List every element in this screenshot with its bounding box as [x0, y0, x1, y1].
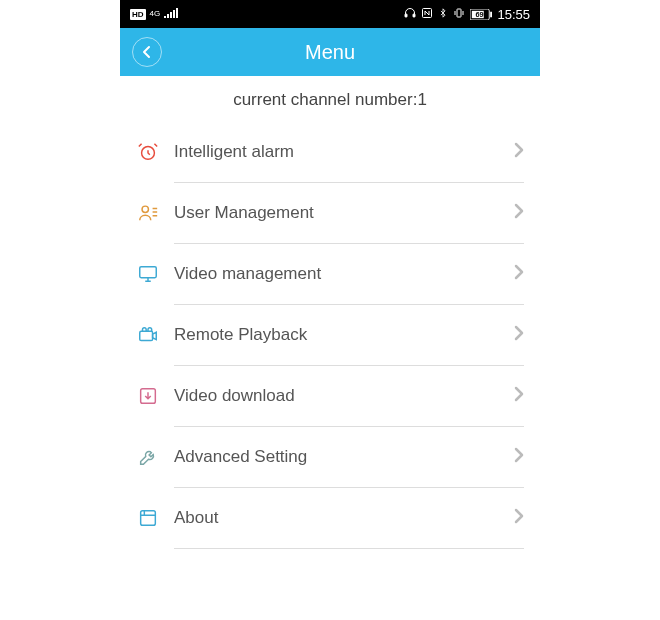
chevron-right-icon: [514, 264, 524, 284]
menu-label: Remote Playback: [174, 325, 514, 345]
svg-rect-6: [491, 11, 493, 17]
status-left: HD 4G: [130, 7, 178, 21]
menu-label: User Management: [174, 203, 514, 223]
menu-item-about[interactable]: About: [136, 488, 524, 548]
download-icon: [136, 384, 160, 408]
menu-label: Video management: [174, 264, 514, 284]
clock-text: 15:55: [497, 7, 530, 22]
menu-label: Video download: [174, 386, 514, 406]
chevron-right-icon: [514, 386, 524, 406]
monitor-icon: [136, 262, 160, 286]
alarm-clock-icon: [136, 140, 160, 164]
menu-item-video-download[interactable]: Video download: [136, 366, 524, 426]
svg-text:69: 69: [476, 10, 484, 19]
divider: [174, 548, 524, 549]
wrench-icon: [136, 445, 160, 469]
headset-icon: [404, 7, 416, 22]
chevron-right-icon: [514, 447, 524, 467]
svg-rect-3: [457, 9, 461, 17]
menu-label: Advanced Setting: [174, 447, 514, 467]
app-header: Menu: [120, 28, 540, 76]
chevron-right-icon: [514, 325, 524, 345]
bluetooth-icon: [438, 7, 448, 22]
menu-item-advanced-setting[interactable]: Advanced Setting: [136, 427, 524, 487]
menu-list: Intelligent alarm User Management Video …: [120, 122, 540, 549]
svg-rect-11: [140, 331, 153, 340]
app-screen: HD 4G 69 15:55: [120, 0, 540, 620]
svg-rect-13: [141, 511, 156, 526]
status-bar: HD 4G 69 15:55: [120, 0, 540, 28]
chevron-right-icon: [514, 142, 524, 162]
menu-item-intelligent-alarm[interactable]: Intelligent alarm: [136, 122, 524, 182]
svg-rect-10: [140, 267, 157, 278]
svg-rect-1: [413, 14, 415, 17]
vibrate-icon: [453, 7, 465, 22]
battery-icon: 69: [470, 9, 492, 20]
back-button[interactable]: [132, 37, 162, 67]
hd-badge: HD: [130, 9, 146, 20]
menu-item-remote-playback[interactable]: Remote Playback: [136, 305, 524, 365]
users-icon: [136, 201, 160, 225]
nfc-icon: [421, 7, 433, 22]
svg-point-9: [142, 206, 148, 212]
network-indicator: 4G: [150, 10, 161, 18]
camera-icon: [136, 323, 160, 347]
chevron-left-icon: [142, 45, 152, 59]
menu-label: About: [174, 508, 514, 528]
chevron-right-icon: [514, 203, 524, 223]
page-title: Menu: [120, 41, 540, 64]
menu-item-user-management[interactable]: User Management: [136, 183, 524, 243]
chevron-right-icon: [514, 508, 524, 528]
browser-icon: [136, 506, 160, 530]
svg-rect-0: [405, 14, 407, 17]
signal-icon: [164, 7, 178, 21]
menu-label: Intelligent alarm: [174, 142, 514, 162]
channel-subtitle: current channel number:1: [120, 76, 540, 122]
status-right: 69 15:55: [404, 7, 530, 22]
menu-item-video-management[interactable]: Video management: [136, 244, 524, 304]
